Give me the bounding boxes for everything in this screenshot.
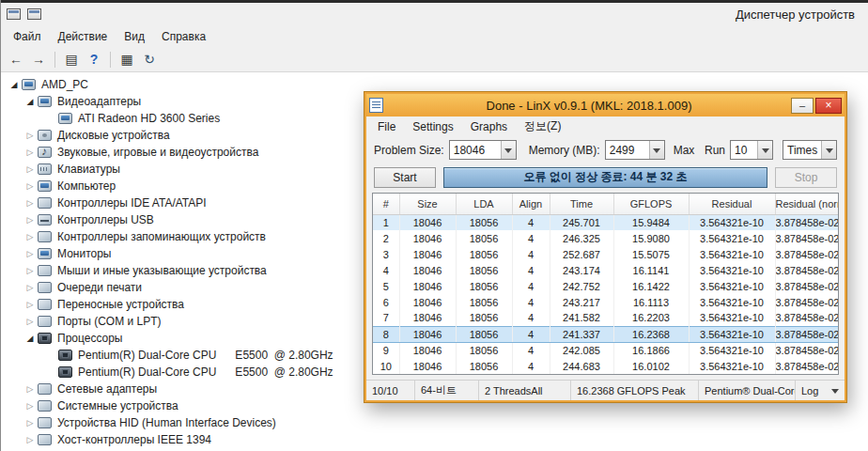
- tree-item-label: Звуковые, игровые и видеоустройства: [56, 146, 258, 159]
- menu-item[interactable]: Файл: [5, 27, 50, 46]
- column-header[interactable]: Time: [550, 194, 613, 214]
- cell-align: 4: [512, 342, 550, 358]
- cell-residual: 3.564321e-10: [689, 326, 775, 342]
- cell-lda: 18056: [456, 230, 512, 246]
- tree-expander-icon[interactable]: [23, 97, 38, 106]
- menu-item[interactable]: Settings: [404, 118, 461, 135]
- cell-run-number: 2: [373, 230, 399, 246]
- tree-item[interactable]: Хост-контроллеры IEEE 1394: [1, 431, 868, 448]
- log-button[interactable]: Log: [796, 381, 845, 400]
- tree-item[interactable]: Устройства HID (Human Interface Devices): [1, 414, 868, 431]
- result-row[interactable]: 8 18046 18056 4 241.337 16.2368 3.564321…: [373, 326, 838, 342]
- run-count-combobox[interactable]: 10: [730, 140, 773, 160]
- console-window-icon[interactable]: [7, 8, 21, 20]
- cell-gflops: 16.1422: [613, 278, 689, 294]
- minimize-button[interactable]: –: [791, 98, 814, 114]
- memory-combobox[interactable]: 2499: [605, 140, 665, 160]
- column-header[interactable]: GFLOPS: [613, 194, 689, 214]
- menu-item[interactable]: 정보(Z): [516, 117, 569, 136]
- linx-titlebar[interactable]: Done - LinX v0.9.1 (MKL: 2018.1.009) – ×: [366, 94, 845, 117]
- result-row[interactable]: 5 18046 18056 4 242.752 16.1422 3.564321…: [373, 278, 838, 294]
- device-category-icon: [58, 350, 72, 361]
- tree-expander-icon[interactable]: [23, 181, 38, 191]
- dropdown-arrow-icon[interactable]: [649, 141, 664, 159]
- tree-expander-icon[interactable]: [23, 435, 38, 444]
- cell-gflops: 16.1866: [613, 342, 689, 358]
- mmc-window-icon[interactable]: [27, 8, 41, 20]
- forward-button[interactable]: →: [27, 49, 50, 70]
- tree-item-label: Сетевые адаптеры: [56, 382, 157, 396]
- tree-expander-icon[interactable]: [23, 198, 38, 208]
- tree-expander-icon[interactable]: [23, 317, 38, 326]
- tree-item-label: Процессоры: [56, 332, 123, 345]
- stop-button[interactable]: Stop: [775, 167, 837, 188]
- column-header[interactable]: LDA: [456, 194, 512, 214]
- cell-lda: 18056: [456, 214, 512, 230]
- device-category-icon: [38, 180, 52, 192]
- tree-item-label: Pentium(R) Dual-Core CPU E5500 @ 2.80GHz: [77, 365, 333, 379]
- result-row[interactable]: 10 18046 18056 4 244.683 16.0102 3.56432…: [373, 358, 838, 374]
- column-header[interactable]: Residual (norm.): [775, 194, 838, 214]
- cell-size: 18046: [399, 278, 456, 294]
- column-header[interactable]: #: [373, 194, 399, 214]
- tree-expander-icon[interactable]: [23, 283, 38, 292]
- tree-expander-icon[interactable]: [23, 300, 38, 309]
- result-row[interactable]: 7 18046 18056 4 241.582 16.2203 3.564321…: [373, 310, 838, 326]
- menu-item[interactable]: Действие: [50, 27, 116, 46]
- cell-size: 18046: [399, 262, 456, 278]
- separator: [54, 52, 55, 68]
- tree-item-label: Мыши и иные указывающие устройства: [56, 264, 267, 277]
- console-window-button[interactable]: ▤: [60, 49, 83, 70]
- gflops-peak: 16.2368 GFLOPS Peak: [571, 381, 699, 400]
- tree-expander-icon[interactable]: [23, 131, 38, 140]
- menu-item[interactable]: Вид: [116, 27, 153, 46]
- tree-expander-icon[interactable]: [23, 418, 38, 428]
- tree-expander-icon[interactable]: [23, 384, 38, 394]
- device-category-icon: [38, 147, 52, 158]
- details-view-button[interactable]: ▦: [116, 49, 138, 70]
- tree-item-label: Очереди печати: [56, 281, 142, 294]
- back-button[interactable]: ←: [5, 49, 27, 70]
- menu-item[interactable]: Справка: [153, 27, 214, 46]
- tree-expander-icon[interactable]: [23, 334, 38, 343]
- result-row[interactable]: 4 18046 18056 4 243.174 16.1141 3.564321…: [373, 262, 838, 278]
- column-header[interactable]: Align: [512, 194, 550, 214]
- column-header[interactable]: Residual: [689, 194, 775, 214]
- cell-align: 4: [512, 214, 550, 230]
- memory-value: 2499: [606, 141, 649, 159]
- scan-hardware-button[interactable]: ↻: [138, 49, 161, 70]
- column-header[interactable]: Size: [399, 194, 456, 214]
- run-mode-value: Times: [783, 141, 821, 159]
- close-button[interactable]: ×: [815, 98, 842, 114]
- tree-expander-icon[interactable]: [23, 266, 38, 275]
- run-mode-combobox[interactable]: Times: [783, 140, 837, 160]
- start-button[interactable]: Start: [374, 167, 436, 188]
- tree-expander-icon[interactable]: [7, 80, 22, 89]
- dropdown-arrow-icon[interactable]: [501, 141, 516, 159]
- menu-item[interactable]: Graphs: [462, 118, 516, 135]
- tree-expander-icon[interactable]: [23, 249, 38, 258]
- tree-expander-icon[interactable]: [23, 164, 38, 174]
- cell-size: 18046: [399, 214, 456, 230]
- problem-size-combobox[interactable]: 18046: [449, 140, 517, 160]
- dropdown-arrow-icon[interactable]: [821, 141, 836, 159]
- result-row[interactable]: 3 18046 18056 4 252.687 15.5075 3.564321…: [373, 246, 838, 262]
- result-row[interactable]: 6 18046 18056 4 243.217 16.1113 3.564321…: [373, 294, 838, 310]
- cell-residual-norm: 3.878458e-02: [775, 230, 838, 246]
- result-row[interactable]: 2 18046 18056 4 246.325 15.9080 3.564321…: [373, 230, 838, 246]
- result-row[interactable]: 1 18046 18056 4 245.701 15.9484 3.564321…: [373, 214, 838, 230]
- help-button[interactable]: ?: [83, 49, 105, 70]
- tree-expander-icon[interactable]: [23, 401, 38, 411]
- tree-expander-icon[interactable]: [23, 232, 38, 241]
- result-row[interactable]: 9 18046 18056 4 242.085 16.1866 3.564321…: [373, 342, 838, 358]
- menu-item[interactable]: File: [369, 118, 404, 135]
- tree-expander-icon[interactable]: [23, 215, 38, 225]
- device-manager-window: Диспетчер устройств Файл Действие Вид Сп…: [1, 3, 868, 72]
- tree-item-label: AMD_PC: [40, 78, 88, 91]
- cell-gflops: 16.2203: [613, 310, 689, 326]
- dropdown-arrow-icon[interactable]: [757, 141, 772, 159]
- tree-expander-icon[interactable]: [23, 148, 38, 157]
- device-category-icon: [38, 231, 52, 242]
- cell-run-number: 7: [373, 310, 399, 326]
- cell-gflops: 16.2368: [613, 326, 689, 342]
